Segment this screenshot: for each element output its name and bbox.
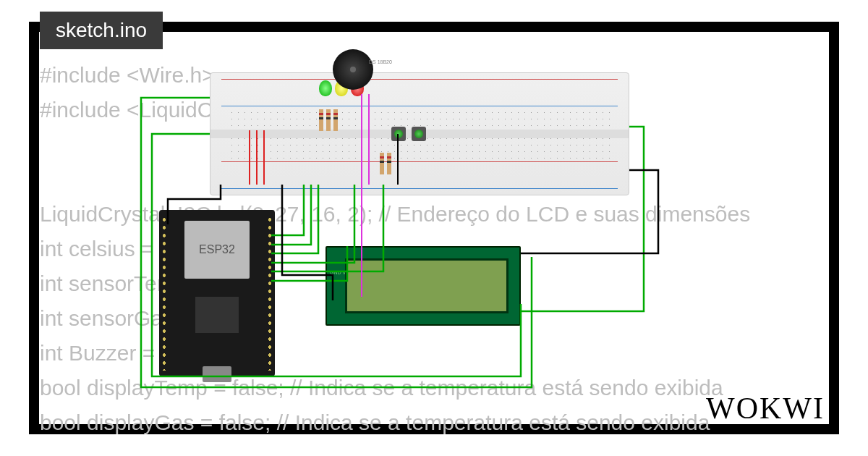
wires-layer [137,58,694,391]
brand-text: WOKWI [706,392,825,425]
file-tab[interactable]: sketch.ino [40,12,163,49]
circuit-canvas[interactable]: DS 18B20 ESP32 GND VCC SDA SCL [137,58,694,391]
wokwi-logo: WOKWI [706,391,825,426]
file-tab-label: sketch.ino [56,19,147,41]
